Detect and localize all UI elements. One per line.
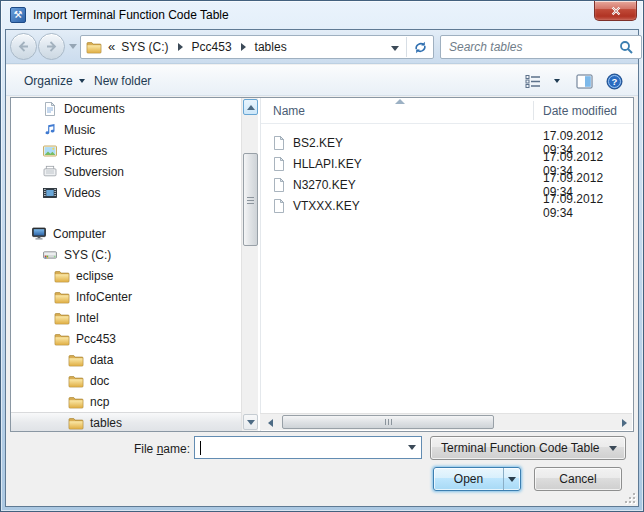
file-icon [271, 135, 287, 151]
tree-group-gap [11, 203, 241, 223]
close-button[interactable] [594, 1, 637, 21]
forward-arrow-icon [39, 34, 64, 59]
list-horizontal-scrollbar[interactable] [260, 413, 632, 430]
tree-item-music[interactable]: Music [11, 119, 241, 140]
tree-item-tables[interactable]: tables [11, 412, 241, 431]
tree-item-computer[interactable]: Computer [11, 223, 241, 244]
close-icon [610, 5, 622, 17]
file-row[interactable]: VTXXX.KEY 17.09.2012 09:34 [261, 195, 633, 216]
address-bar[interactable]: « SYS (C:) Pcc453 tables [80, 35, 434, 59]
folder-icon [68, 394, 84, 410]
scroll-right-button[interactable] [616, 415, 632, 430]
drive-icon [42, 247, 58, 263]
library-icon [42, 164, 58, 180]
file-icon [271, 177, 287, 193]
search-box[interactable] [440, 35, 642, 59]
help-button[interactable]: ? [606, 71, 623, 91]
tree-item-pcc453[interactable]: Pcc453 [11, 328, 241, 349]
column-header-date-modified[interactable]: Date modified [543, 98, 633, 124]
open-button[interactable]: Open [433, 467, 521, 491]
back-arrow-icon [11, 34, 36, 59]
folder-icon [54, 268, 70, 284]
scroll-left-button[interactable] [262, 415, 278, 430]
chevron-down-icon [79, 79, 85, 83]
file-name: N3270.KEY [293, 178, 356, 192]
open-dropdown-button[interactable] [503, 468, 520, 490]
tree-item-intel[interactable]: Intel [11, 307, 241, 328]
column-headers: Name Date modified [261, 98, 633, 124]
svg-text:?: ? [612, 76, 618, 87]
refresh-icon [413, 40, 428, 55]
tree-vertical-scrollbar[interactable] [241, 98, 258, 431]
breadcrumb-drive[interactable]: SYS (C:) [119, 40, 170, 54]
tree-item-documents[interactable]: Documents [11, 98, 241, 119]
breadcrumb-separator-icon[interactable] [241, 43, 246, 51]
refresh-button[interactable] [407, 36, 433, 58]
folder-icon [54, 331, 70, 347]
documents-icon [42, 101, 58, 117]
tree-item-videos[interactable]: Videos [11, 182, 241, 203]
views-icon [525, 74, 542, 89]
arrow-up-icon [247, 105, 255, 110]
forward-button[interactable] [38, 33, 65, 60]
back-button[interactable] [10, 33, 37, 60]
search-input[interactable] [447, 38, 607, 56]
file-name-label: File name: [134, 442, 190, 456]
videos-icon [42, 185, 58, 201]
computer-icon [31, 226, 47, 242]
file-name-combobox[interactable] [194, 436, 422, 459]
content-area: Documents Music Pictures Subversion Vide… [10, 97, 634, 432]
views-dropdown-button[interactable] [548, 71, 560, 91]
new-folder-button[interactable]: New folder [94, 71, 151, 91]
chevron-down-icon [554, 79, 560, 83]
folder-icon [68, 415, 84, 431]
file-name: VTXXX.KEY [293, 199, 360, 213]
resize-grip[interactable] [625, 493, 635, 503]
scroll-up-button[interactable] [243, 99, 258, 115]
folder-icon [68, 352, 84, 368]
arrow-right-icon [622, 419, 627, 427]
tree-item-eclipse[interactable]: eclipse [11, 265, 241, 286]
folder-icon [86, 39, 102, 55]
tree-item-data[interactable]: data [11, 349, 241, 370]
file-name-input[interactable] [199, 438, 394, 457]
dialog-client-area: « SYS (C:) Pcc453 tables [5, 29, 639, 507]
title-bar[interactable]: ⚒ Import Terminal Function Code Table [1, 1, 643, 29]
scrollbar-thumb[interactable] [243, 153, 258, 246]
app-icon: ⚒ [10, 7, 26, 23]
file-name: HLLAPI.KEY [293, 157, 362, 171]
file-type-dropdown[interactable]: Terminal Function Code Table [430, 436, 626, 460]
chevron-down-icon [408, 445, 416, 450]
breadcrumb-current[interactable]: tables [253, 40, 289, 54]
tree-item-doc[interactable]: doc [11, 370, 241, 391]
file-list-pane: Name Date modified BS2.KEY 17.09.2012 09… [260, 98, 633, 431]
command-toolbar: Organize New folder [6, 65, 638, 96]
recent-locations-dropdown[interactable] [69, 44, 77, 49]
scroll-down-button[interactable] [243, 414, 258, 430]
chevron-down-icon [609, 446, 617, 451]
dialog-footer: File name: Terminal Function Code Table … [6, 432, 638, 506]
dialog-window: ⚒ Import Terminal Function Code Table [0, 0, 644, 512]
scrollbar-thumb[interactable] [282, 415, 494, 429]
folder-icon [54, 310, 70, 326]
tree-item-sys-c[interactable]: SYS (C:) [11, 244, 241, 265]
address-dropdown-icon[interactable] [391, 46, 399, 51]
tree-item-pictures[interactable]: Pictures [11, 140, 241, 161]
column-divider[interactable] [533, 101, 534, 120]
breadcrumb-separator-icon[interactable] [178, 43, 183, 51]
search-icon[interactable] [619, 40, 634, 55]
folder-icon [68, 373, 84, 389]
cancel-button[interactable]: Cancel [534, 467, 622, 491]
tree-item-infocenter[interactable]: InfoCenter [11, 286, 241, 307]
views-button[interactable] [525, 71, 542, 91]
file-date: 17.09.2012 09:34 [543, 192, 633, 220]
breadcrumb-folder[interactable]: Pcc453 [190, 40, 234, 54]
preview-pane-button[interactable] [576, 71, 593, 91]
file-name-dropdown-button[interactable] [403, 438, 420, 457]
tree-item-subversion[interactable]: Subversion [11, 161, 241, 182]
arrow-left-icon [268, 419, 273, 427]
tree-item-ncp[interactable]: ncp [11, 391, 241, 412]
navigation-bar: « SYS (C:) Pcc453 tables [6, 30, 638, 64]
organize-button[interactable]: Organize [24, 71, 85, 91]
breadcrumb-overflow-chevron[interactable]: « [108, 39, 115, 54]
